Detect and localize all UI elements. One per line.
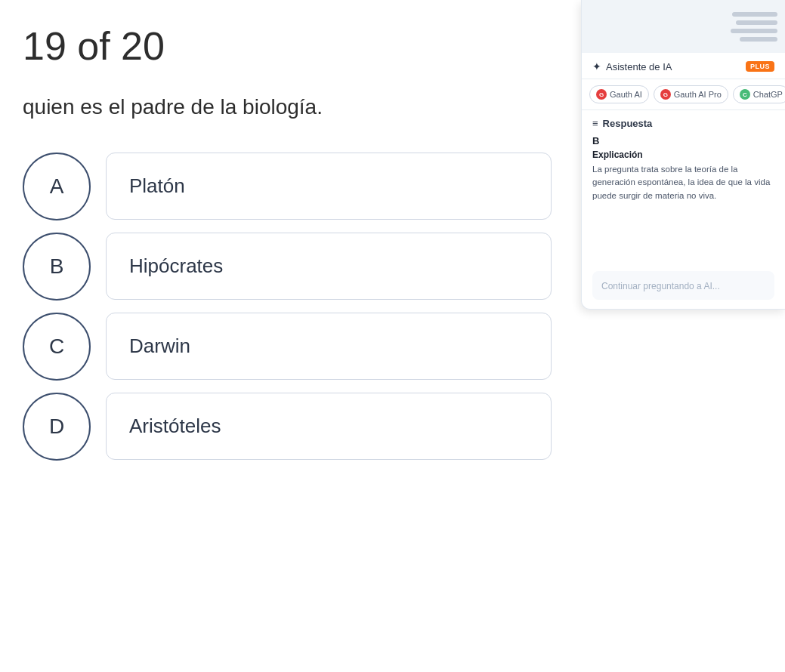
- tab-gauth-ai-pro-label: Gauth AI Pro: [674, 90, 722, 99]
- ai-tabs: G Gauth AI G Gauth AI Pro C ChatGP: [582, 79, 785, 110]
- thumbnail-line-3: [731, 29, 777, 33]
- ai-input-placeholder[interactable]: Continuar preguntando a AI...: [601, 281, 720, 291]
- option-a-text[interactable]: Platón: [106, 153, 552, 220]
- explanation-label: Explicación: [592, 150, 774, 160]
- response-icon: ≡: [592, 118, 598, 129]
- explanation-text: La pregunta trata sobre la teoría de la …: [592, 163, 774, 202]
- ai-assistant-header: ✦ Asistente de IA PLUS: [582, 53, 785, 79]
- tab-gauth-ai-pro[interactable]: G Gauth AI Pro: [654, 85, 728, 103]
- ai-input-area[interactable]: Continuar preguntando a AI...: [592, 271, 774, 300]
- ai-response-section: ≡ Respuesta B Explicación La pregunta tr…: [582, 110, 785, 265]
- question-text: quien es el padre de la biología.: [23, 92, 552, 122]
- chatgp-icon: C: [740, 89, 750, 100]
- ai-title-text: Asistente de IA: [606, 61, 672, 72]
- option-c[interactable]: C Darwin: [23, 313, 552, 381]
- option-d-circle: D: [23, 393, 91, 461]
- thumbnail-line-4: [740, 37, 777, 42]
- main-content: 19 of 20 quien es el padre de la biologí…: [0, 0, 574, 483]
- options-list: A Platón B Hipócrates C Darwin D Aristót…: [23, 153, 552, 461]
- gauth-ai-pro-icon: G: [660, 89, 671, 100]
- option-c-text[interactable]: Darwin: [106, 313, 552, 380]
- ai-assistant-title: ✦ Asistente de IA: [592, 60, 672, 72]
- tab-chatgp-label: ChatGP: [753, 90, 783, 99]
- option-d-text[interactable]: Aristóteles: [106, 393, 552, 460]
- thumbnail-line-1: [732, 12, 777, 17]
- response-answer: B: [592, 135, 774, 146]
- option-a-circle: A: [23, 153, 91, 220]
- response-section-title: Respuesta: [603, 118, 653, 129]
- gauth-ai-icon: G: [596, 89, 607, 100]
- thumbnail-line-2: [736, 20, 777, 25]
- thumbnail-lines: [731, 12, 777, 42]
- response-header: ≡ Respuesta: [592, 118, 774, 129]
- tab-gauth-ai[interactable]: G Gauth AI: [589, 85, 649, 103]
- option-b-text[interactable]: Hipócrates: [106, 233, 552, 300]
- option-a[interactable]: A Platón: [23, 153, 552, 220]
- option-b-circle: B: [23, 233, 91, 301]
- ai-panel: ✦ Asistente de IA PLUS G Gauth AI G Gaut…: [581, 0, 785, 310]
- option-d[interactable]: D Aristóteles: [23, 393, 552, 461]
- option-b[interactable]: B Hipócrates: [23, 233, 552, 301]
- question-counter: 19 of 20: [23, 23, 552, 69]
- ai-thumbnail: [582, 0, 785, 53]
- option-c-circle: C: [23, 313, 91, 381]
- tab-chatgp[interactable]: C ChatGP: [733, 85, 785, 103]
- plus-badge: PLUS: [746, 61, 774, 72]
- tab-gauth-ai-label: Gauth AI: [610, 90, 642, 99]
- ai-sparkle-icon: ✦: [592, 60, 601, 72]
